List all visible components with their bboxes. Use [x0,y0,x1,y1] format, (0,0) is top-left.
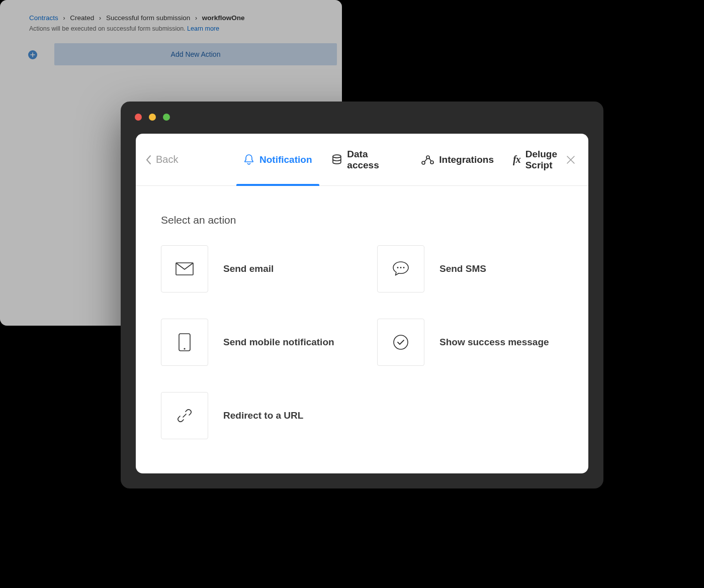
action-send-mobile-notification[interactable]: Send mobile notification [161,319,347,366]
chevron-left-icon [146,155,152,165]
svg-point-9 [184,348,185,349]
tab-label: Data access [347,149,402,171]
section-title: Select an action [161,214,236,226]
close-icon [566,155,575,164]
tab-label: Integrations [439,154,494,165]
add-new-action-button[interactable]: Add New Action [54,43,337,65]
chevron-right-icon: › [192,15,200,22]
tab-deluge-script[interactable]: fx Deluge Script [511,134,588,185]
back-button[interactable]: Back [146,134,178,185]
tab-data-access[interactable]: Data access [329,134,404,185]
bell-icon [243,154,254,166]
action-label: Redirect to a URL [223,410,303,421]
link-icon [161,392,208,439]
page-subtext: Actions will be executed on successful f… [29,25,219,32]
sms-icon [377,245,424,292]
svg-point-7 [403,267,405,268]
tab-integrations[interactable]: Integrations [419,134,496,185]
learn-more-link[interactable]: Learn more [187,25,219,32]
svg-point-10 [394,335,408,349]
breadcrumb-root-link[interactable]: Contracts [29,14,58,22]
action-redirect-url[interactable]: Redirect to a URL [161,392,347,439]
action-picker-window: Back Notification [121,102,603,488]
action-label: Send SMS [439,263,486,274]
chevron-right-icon: › [96,15,104,22]
minimize-window-icon[interactable] [149,114,156,121]
close-window-icon[interactable] [135,114,142,121]
window-controls [135,114,170,121]
modal-header: Back Notification [136,134,588,186]
email-icon [161,245,208,292]
tab-label: Deluge Script [525,149,586,171]
back-label: Back [156,154,178,165]
maximize-window-icon[interactable] [163,114,170,121]
breadcrumb: Contracts › Created › Successful form su… [29,14,244,22]
integrations-icon [421,154,434,166]
check-circle-icon [377,319,424,366]
breadcrumb-item[interactable]: Created [70,14,94,22]
action-grid: Send email Send SMS Send mobi [161,245,563,439]
tab-label: Notification [259,154,312,165]
action-show-success-message[interactable]: Show success message [377,319,563,366]
subtext-label: Actions will be executed on successful f… [29,25,187,32]
breadcrumb-item-current: workflowOne [202,14,245,22]
action-send-email[interactable]: Send email [161,245,347,292]
modal-body: Back Notification [136,134,588,473]
fx-icon: fx [513,154,520,165]
svg-point-2 [426,156,429,159]
modal-tabs: Notification Data access [241,134,588,185]
svg-point-6 [400,267,402,268]
plus-icon [28,50,37,59]
breadcrumb-item[interactable]: Successful form submission [106,14,190,22]
svg-point-0 [332,155,340,158]
action-send-sms[interactable]: Send SMS [377,245,563,292]
action-label: Send mobile notification [223,337,334,348]
action-label: Send email [223,263,274,274]
database-icon [331,154,342,166]
close-button[interactable] [566,134,575,185]
svg-point-5 [397,267,399,268]
chevron-right-icon: › [60,15,68,22]
mobile-icon [161,319,208,366]
tab-notification[interactable]: Notification [241,134,314,185]
action-label: Show success message [439,337,549,348]
